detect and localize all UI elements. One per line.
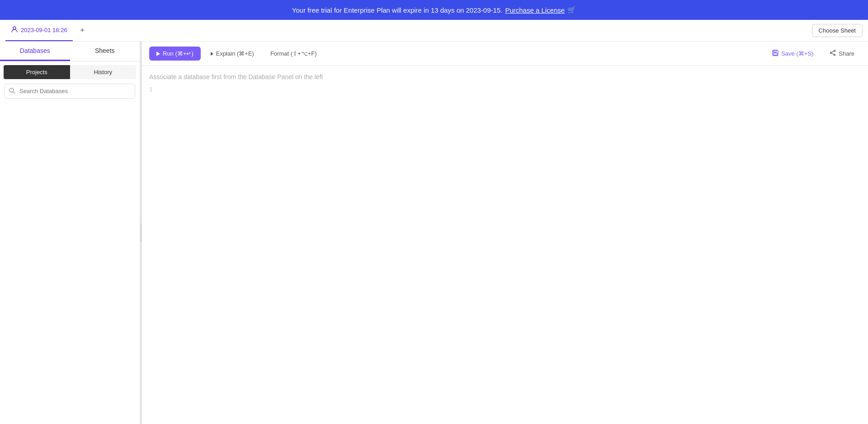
- svg-line-2: [14, 92, 15, 93]
- svg-line-10: [832, 53, 834, 55]
- run-play-icon: [156, 52, 160, 56]
- svg-point-8: [830, 52, 832, 54]
- svg-rect-4: [774, 50, 776, 52]
- search-input[interactable]: [5, 84, 135, 99]
- share-button[interactable]: Share: [823, 46, 861, 61]
- main-content: Run (⌘+↵) Explain (⌘+E) Format (⇧+⌥+F): [142, 42, 868, 424]
- svg-point-1: [9, 88, 14, 92]
- person-icon: [11, 26, 18, 34]
- save-button[interactable]: Save (⌘+S): [766, 46, 820, 61]
- cart-icon: 🛒: [567, 6, 576, 14]
- sidebar-tab-sheets[interactable]: Sheets: [70, 42, 140, 61]
- toolbar: Run (⌘+↵) Explain (⌘+E) Format (⇧+⌥+F): [142, 42, 868, 66]
- svg-point-6: [834, 50, 835, 52]
- explain-play-icon: [211, 52, 213, 56]
- run-label: Run (⌘+↵): [163, 50, 193, 57]
- explain-label: Explain (⌘+E): [216, 50, 254, 57]
- sub-tab-history[interactable]: History: [70, 65, 137, 79]
- tab-bar: 2023-09-01 18:26 + Choose Sheet: [0, 20, 868, 42]
- save-icon: [772, 50, 778, 57]
- share-label: Share: [839, 50, 854, 57]
- trial-banner: Your free trial for Enterprise Plan will…: [0, 0, 868, 20]
- run-button[interactable]: Run (⌘+↵): [149, 47, 201, 61]
- editor-line-number: 1: [149, 86, 861, 93]
- editor-area[interactable]: Associate a database first from the Data…: [142, 66, 868, 424]
- format-button[interactable]: Format (⇧+⌥+F): [264, 47, 323, 61]
- search-box: [5, 84, 135, 99]
- explain-button[interactable]: Explain (⌘+E): [204, 47, 260, 61]
- sub-tab-projects[interactable]: Projects: [4, 65, 70, 79]
- editor-placeholder: Associate a database first from the Data…: [149, 73, 861, 80]
- add-tab-button[interactable]: +: [76, 24, 89, 37]
- save-label: Save (⌘+S): [781, 50, 813, 57]
- sidebar-tab-databases[interactable]: Databases: [0, 42, 70, 61]
- format-label: Format (⇧+⌥+F): [270, 50, 317, 57]
- purchase-link[interactable]: Purchase a License: [505, 6, 565, 14]
- svg-rect-5: [774, 53, 777, 55]
- sidebar: Databases Sheets Projects History: [0, 42, 140, 424]
- choose-sheet-button[interactable]: Choose Sheet: [812, 24, 863, 37]
- svg-point-7: [834, 54, 835, 56]
- share-icon: [830, 50, 836, 57]
- tab-label: 2023-09-01 18:26: [21, 27, 67, 33]
- svg-point-0: [13, 27, 16, 29]
- active-tab[interactable]: 2023-09-01 18:26: [5, 20, 73, 41]
- sidebar-top-tabs: Databases Sheets: [0, 42, 140, 61]
- sidebar-sub-tabs: Projects History: [0, 61, 140, 79]
- search-icon: [9, 88, 15, 95]
- svg-line-9: [832, 51, 834, 52]
- banner-text: Your free trial for Enterprise Plan will…: [292, 6, 503, 14]
- main-layout: Databases Sheets Projects History: [0, 42, 868, 424]
